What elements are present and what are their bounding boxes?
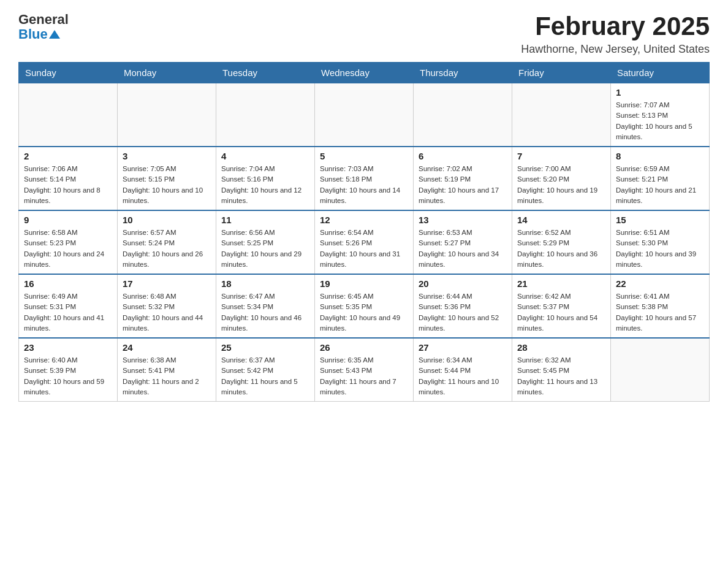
logo-triangle-icon [49, 29, 60, 40]
day-number: 9 [24, 215, 112, 225]
day-number: 27 [419, 342, 507, 353]
day-info: Sunrise: 6:58 AMSunset: 5:23 PMDaylight:… [24, 228, 112, 270]
day-number: 13 [419, 215, 507, 225]
calendar-week-row: 1Sunrise: 7:07 AMSunset: 5:13 PMDaylight… [19, 83, 710, 147]
table-row: 26Sunrise: 6:35 AMSunset: 5:43 PMDayligh… [315, 338, 414, 402]
day-info: Sunrise: 6:35 AMSunset: 5:43 PMDaylight:… [320, 355, 408, 397]
day-number: 3 [123, 151, 211, 161]
table-row: 18Sunrise: 6:47 AMSunset: 5:34 PMDayligh… [216, 274, 315, 338]
day-number: 2 [24, 151, 112, 161]
table-row: 19Sunrise: 6:45 AMSunset: 5:35 PMDayligh… [315, 274, 414, 338]
day-number: 11 [221, 215, 309, 225]
page-header: General Blue February 2025 Hawthorne, Ne… [18, 12, 710, 56]
logo: General Blue [18, 12, 69, 42]
table-row: 12Sunrise: 6:54 AMSunset: 5:26 PMDayligh… [315, 210, 414, 274]
logo-general-text: General [18, 12, 69, 27]
month-title: February 2025 [521, 12, 710, 40]
calendar-header-row: Sunday Monday Tuesday Wednesday Thursday… [19, 63, 710, 83]
table-row: 21Sunrise: 6:42 AMSunset: 5:37 PMDayligh… [512, 274, 611, 338]
calendar-week-row: 23Sunrise: 6:40 AMSunset: 5:39 PMDayligh… [19, 338, 710, 402]
day-number: 21 [517, 278, 605, 289]
day-number: 5 [320, 151, 408, 161]
day-info: Sunrise: 6:59 AMSunset: 5:21 PMDaylight:… [616, 164, 704, 206]
table-row: 24Sunrise: 6:38 AMSunset: 5:41 PMDayligh… [118, 338, 216, 402]
svg-marker-0 [49, 30, 60, 39]
table-row [315, 83, 414, 147]
table-row: 15Sunrise: 6:51 AMSunset: 5:30 PMDayligh… [611, 210, 710, 274]
col-friday: Friday [512, 63, 611, 83]
day-number: 10 [123, 215, 211, 225]
col-monday: Monday [118, 63, 216, 83]
day-number: 6 [419, 151, 507, 161]
table-row: 2Sunrise: 7:06 AMSunset: 5:14 PMDaylight… [19, 147, 118, 210]
table-row: 11Sunrise: 6:56 AMSunset: 5:25 PMDayligh… [216, 210, 315, 274]
day-number: 28 [517, 342, 605, 353]
day-number: 7 [517, 151, 605, 161]
day-number: 4 [221, 151, 309, 161]
day-number: 18 [221, 278, 309, 289]
day-info: Sunrise: 7:03 AMSunset: 5:18 PMDaylight:… [320, 164, 408, 206]
table-row: 16Sunrise: 6:49 AMSunset: 5:31 PMDayligh… [19, 274, 118, 338]
col-tuesday: Tuesday [216, 63, 315, 83]
calendar-table: Sunday Monday Tuesday Wednesday Thursday… [18, 62, 710, 402]
day-number: 15 [616, 215, 704, 225]
calendar-week-row: 2Sunrise: 7:06 AMSunset: 5:14 PMDaylight… [19, 147, 710, 210]
table-row: 25Sunrise: 6:37 AMSunset: 5:42 PMDayligh… [216, 338, 315, 402]
day-info: Sunrise: 7:06 AMSunset: 5:14 PMDaylight:… [24, 164, 112, 206]
table-row: 23Sunrise: 6:40 AMSunset: 5:39 PMDayligh… [19, 338, 118, 402]
title-area: February 2025 Hawthorne, New Jersey, Uni… [521, 12, 710, 56]
table-row [19, 83, 118, 147]
table-row: 10Sunrise: 6:57 AMSunset: 5:24 PMDayligh… [118, 210, 216, 274]
table-row: 9Sunrise: 6:58 AMSunset: 5:23 PMDaylight… [19, 210, 118, 274]
day-info: Sunrise: 6:53 AMSunset: 5:27 PMDaylight:… [419, 228, 507, 270]
day-info: Sunrise: 6:32 AMSunset: 5:45 PMDaylight:… [517, 355, 605, 397]
day-number: 25 [221, 342, 309, 353]
day-info: Sunrise: 6:44 AMSunset: 5:36 PMDaylight:… [419, 291, 507, 334]
day-info: Sunrise: 6:57 AMSunset: 5:24 PMDaylight:… [123, 228, 211, 270]
location-text: Hawthorne, New Jersey, United States [521, 43, 710, 56]
day-info: Sunrise: 7:02 AMSunset: 5:19 PMDaylight:… [419, 164, 507, 206]
day-info: Sunrise: 6:42 AMSunset: 5:37 PMDaylight:… [517, 291, 605, 334]
day-info: Sunrise: 7:07 AMSunset: 5:13 PMDaylight:… [616, 100, 704, 142]
day-info: Sunrise: 6:47 AMSunset: 5:34 PMDaylight:… [221, 291, 309, 334]
day-info: Sunrise: 6:51 AMSunset: 5:30 PMDaylight:… [616, 228, 704, 270]
table-row: 27Sunrise: 6:34 AMSunset: 5:44 PMDayligh… [414, 338, 512, 402]
day-number: 19 [320, 278, 408, 289]
day-info: Sunrise: 6:37 AMSunset: 5:42 PMDaylight:… [221, 355, 309, 397]
day-number: 20 [419, 278, 507, 289]
table-row: 20Sunrise: 6:44 AMSunset: 5:36 PMDayligh… [414, 274, 512, 338]
table-row [216, 83, 315, 147]
day-number: 1 [616, 87, 704, 98]
day-number: 12 [320, 215, 408, 225]
day-number: 22 [616, 278, 704, 289]
col-thursday: Thursday [414, 63, 512, 83]
col-saturday: Saturday [611, 63, 710, 83]
table-row: 28Sunrise: 6:32 AMSunset: 5:45 PMDayligh… [512, 338, 611, 402]
table-row: 8Sunrise: 6:59 AMSunset: 5:21 PMDaylight… [611, 147, 710, 210]
day-info: Sunrise: 7:04 AMSunset: 5:16 PMDaylight:… [221, 164, 309, 206]
table-row [611, 338, 710, 402]
day-info: Sunrise: 7:05 AMSunset: 5:15 PMDaylight:… [123, 164, 211, 206]
day-number: 24 [123, 342, 211, 353]
table-row [414, 83, 512, 147]
day-info: Sunrise: 6:34 AMSunset: 5:44 PMDaylight:… [419, 355, 507, 397]
day-number: 23 [24, 342, 112, 353]
day-info: Sunrise: 6:48 AMSunset: 5:32 PMDaylight:… [123, 291, 211, 334]
day-info: Sunrise: 7:00 AMSunset: 5:20 PMDaylight:… [517, 164, 605, 206]
table-row: 17Sunrise: 6:48 AMSunset: 5:32 PMDayligh… [118, 274, 216, 338]
col-wednesday: Wednesday [315, 63, 414, 83]
day-number: 17 [123, 278, 211, 289]
table-row: 14Sunrise: 6:52 AMSunset: 5:29 PMDayligh… [512, 210, 611, 274]
table-row [118, 83, 216, 147]
table-row: 3Sunrise: 7:05 AMSunset: 5:15 PMDaylight… [118, 147, 216, 210]
day-number: 14 [517, 215, 605, 225]
table-row: 13Sunrise: 6:53 AMSunset: 5:27 PMDayligh… [414, 210, 512, 274]
table-row: 6Sunrise: 7:02 AMSunset: 5:19 PMDaylight… [414, 147, 512, 210]
day-info: Sunrise: 6:40 AMSunset: 5:39 PMDaylight:… [24, 355, 112, 397]
table-row [512, 83, 611, 147]
day-info: Sunrise: 6:45 AMSunset: 5:35 PMDaylight:… [320, 291, 408, 334]
day-number: 26 [320, 342, 408, 353]
day-info: Sunrise: 6:38 AMSunset: 5:41 PMDaylight:… [123, 355, 211, 397]
table-row: 1Sunrise: 7:07 AMSunset: 5:13 PMDaylight… [611, 83, 710, 147]
table-row: 22Sunrise: 6:41 AMSunset: 5:38 PMDayligh… [611, 274, 710, 338]
